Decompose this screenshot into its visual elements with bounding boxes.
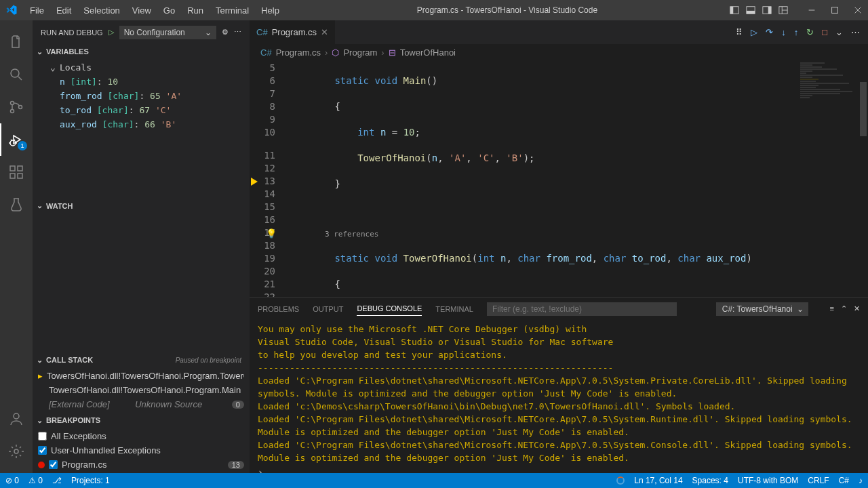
activity-account[interactable] (0, 403, 33, 435)
close-panel-icon[interactable]: ✕ (854, 304, 860, 313)
status-spaces[interactable]: Spaces: 4 (692, 476, 728, 485)
menu-go[interactable]: Go (158, 3, 180, 18)
svg-rect-22 (18, 166, 22, 171)
variable-row[interactable]: n [int]: 10 (33, 75, 250, 89)
step-into-icon[interactable]: ↓ (781, 27, 786, 37)
variable-row[interactable]: from_rod [char]: 65 'A' (33, 89, 250, 103)
activity-search[interactable] (0, 58, 33, 91)
layout-panel-icon[interactable] (746, 5, 755, 15)
console-prompt-icon[interactable]: › (258, 466, 860, 473)
stack-frame[interactable]: TowersOfHanoi.dll!TowersOfHanoi.Program.… (33, 383, 250, 397)
tab-output[interactable]: OUTPUT (313, 302, 343, 316)
restart-icon[interactable]: ↻ (806, 27, 814, 37)
lightbulb-icon[interactable]: 💡 (266, 227, 277, 240)
bp-checkbox[interactable] (49, 460, 58, 469)
status-cursor[interactable]: Ln 17, Col 14 (634, 476, 682, 485)
editor-scrollbar[interactable] (859, 62, 868, 297)
step-out-icon[interactable]: ↑ (794, 27, 799, 37)
menu-help[interactable]: Help (256, 3, 285, 18)
tab-terminal[interactable]: TERMINAL (435, 302, 473, 316)
activity-debug[interactable]: 1 (0, 123, 33, 156)
title-bar: File Edit Selection View Go Run Terminal… (0, 0, 868, 20)
execution-pointer-icon (251, 178, 258, 186)
status-errors[interactable]: ⊘ 0 (5, 476, 19, 485)
breakpoints-header[interactable]: ⌄ BREAKPOINTS (33, 413, 250, 428)
breakpoint-item[interactable]: User-Unhandled Exceptions (33, 443, 250, 458)
more-icon[interactable]: ⋯ (234, 28, 241, 37)
activity-explorer[interactable] (0, 26, 33, 58)
status-language[interactable]: C# (839, 476, 849, 485)
status-warnings[interactable]: ⚠ 0 (28, 476, 43, 485)
menu-selection[interactable]: Selection (78, 3, 125, 18)
layout-sidebar-right-icon[interactable] (762, 5, 772, 15)
tab-program-cs[interactable]: C# Program.cs ✕ (250, 20, 336, 44)
start-debug-icon[interactable]: ▷ (108, 28, 114, 37)
step-over-icon[interactable]: ↷ (766, 27, 773, 37)
bp-checkbox[interactable] (38, 446, 47, 455)
minimize-icon[interactable] (807, 5, 816, 15)
close-tab-icon[interactable]: ✕ (321, 27, 328, 37)
bottom-panel: PROBLEMS OUTPUT DEBUG CONSOLE TERMINAL C… (250, 297, 868, 473)
bp-checkbox[interactable] (38, 432, 47, 441)
svg-rect-19 (10, 166, 15, 171)
gear-icon[interactable]: ⚙ (222, 28, 229, 37)
svg-point-15 (11, 102, 14, 105)
svg-rect-21 (18, 174, 22, 178)
chevron-down-icon[interactable]: ⌄ (835, 27, 843, 37)
status-projects[interactable]: Projects: 1 (71, 476, 110, 485)
activity-extensions[interactable] (0, 156, 33, 188)
svg-point-24 (14, 449, 18, 453)
vscode-logo-icon (5, 4, 18, 16)
variables-header[interactable]: ⌄ VARIABLES (33, 44, 250, 59)
scope-locals[interactable]: ⌄Locals (33, 60, 250, 75)
continue-icon[interactable]: ▷ (751, 27, 757, 37)
svg-rect-1 (730, 7, 733, 14)
panel-config-select[interactable]: C#: TowersOfHanoi ⌄ (716, 302, 808, 316)
activity-testing[interactable] (0, 188, 33, 221)
status-feedback-icon[interactable]: ♪ (859, 476, 863, 485)
menu-file[interactable]: File (24, 3, 50, 18)
status-bar: ⊘ 0 ⚠ 0 ⎇ Projects: 1 Ln 17, Col 14 Spac… (0, 473, 868, 488)
menu-terminal[interactable]: Terminal (210, 3, 254, 18)
stop-icon[interactable]: □ (822, 27, 827, 37)
tab-problems[interactable]: PROBLEMS (258, 302, 299, 316)
svg-line-14 (18, 77, 22, 80)
chevron-down-icon: ⌄ (35, 416, 43, 425)
editor-area: C# Program.cs ✕ ⠿ ▷ ↷ ↓ ↑ ↻ □ ⌄ ⋯ C# Pro… (250, 20, 868, 473)
maximize-icon[interactable] (830, 5, 840, 15)
tab-debug-console[interactable]: DEBUG CONSOLE (357, 302, 422, 316)
breadcrumb[interactable]: C# Program.cs › ⬡ Program › ⊟ TowerOfHan… (250, 44, 868, 62)
status-branch[interactable]: ⎇ (52, 476, 62, 485)
code-editor[interactable]: 5 6 7 8 9 10 11 12 13 14 15 16 💡17 18 19… (250, 62, 868, 297)
collapse-icon[interactable]: ⌃ (841, 304, 847, 313)
layout-sidebar-left-icon[interactable] (730, 5, 739, 15)
status-eol[interactable]: CRLF (808, 476, 829, 485)
more-icon[interactable]: ⋯ (851, 27, 860, 37)
activity-scm[interactable] (0, 91, 33, 123)
variable-row[interactable]: aux_rod [char]: 66 'B' (33, 117, 250, 131)
chevron-down-icon: ⌄ (35, 356, 43, 365)
watch-header[interactable]: ⌄ WATCH (33, 199, 250, 214)
activity-bar: 1 (0, 20, 33, 473)
svg-rect-3 (747, 11, 755, 14)
menu-view[interactable]: View (127, 3, 157, 18)
breakpoint-item[interactable]: Program.cs13 (33, 458, 250, 472)
close-icon[interactable] (853, 5, 863, 15)
layout-customize-icon[interactable] (778, 5, 788, 15)
list-icon[interactable]: ≡ (830, 304, 834, 313)
drag-handle-icon[interactable]: ⠿ (736, 27, 743, 37)
stack-frame[interactable]: [External Code]Unknown Source0 (33, 397, 250, 411)
menu-run[interactable]: Run (182, 3, 209, 18)
menu-edit[interactable]: Edit (51, 3, 77, 18)
activity-settings[interactable] (0, 435, 33, 468)
console-filter-input[interactable] (487, 302, 677, 316)
debug-console-output[interactable]: You may only use the Microsoft .NET Core… (250, 320, 868, 473)
tab-bar: C# Program.cs ✕ ⠿ ▷ ↷ ↓ ↑ ↻ □ ⌄ ⋯ (250, 20, 868, 44)
breakpoint-item[interactable]: All Exceptions (33, 429, 250, 443)
debug-config-select[interactable]: No Configuration⌄ (119, 26, 216, 39)
stack-frame[interactable]: ▸TowersOfHanoi.dll!TowersOfHanoi.Program… (33, 369, 250, 383)
callstack-header[interactable]: ⌄ CALL STACK Paused on breakpoint (33, 352, 250, 367)
chevron-down-icon: ⌄ (35, 201, 43, 210)
status-encoding[interactable]: UTF-8 with BOM (738, 476, 798, 485)
variable-row[interactable]: to_rod [char]: 67 'C' (33, 103, 250, 117)
